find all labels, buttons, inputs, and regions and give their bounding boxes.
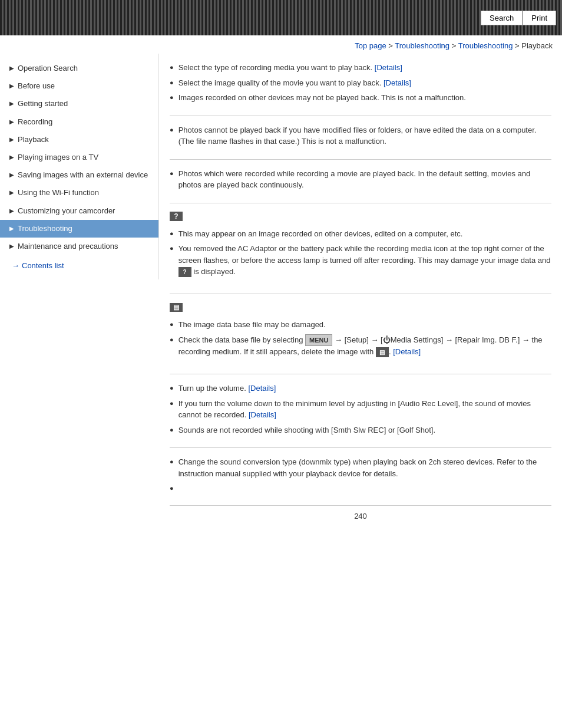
sidebar-item-label: Maintenance and precautions <box>18 241 118 252</box>
sidebar-item-label: Playback <box>18 134 49 145</box>
list-item: You removed the AC Adaptor or the batter… <box>170 243 551 282</box>
section-5: ▤ The image data base file may be damage… <box>170 294 551 374</box>
list-item: Photos cannot be played back if you have… <box>170 124 551 147</box>
bullet-list-3: Photos which were recorded while recordi… <box>170 168 551 191</box>
sidebar-item-label: Customizing your camcorder <box>18 206 115 216</box>
sidebar-item-wifi[interactable]: ▶ Using the Wi-Fi function <box>0 184 158 202</box>
details-link[interactable]: [Details] <box>248 384 276 393</box>
list-item: Change the sound conversion type (downmi… <box>170 456 551 479</box>
sidebar-item-saving-images[interactable]: ▶ Saving images with an external device <box>0 166 158 184</box>
page-layout: ▶ Operation Search ▶ Before use ▶ Gettin… <box>0 54 562 535</box>
contents-list-link[interactable]: → Contents list <box>0 255 158 274</box>
sidebar-item-label: Operation Search <box>18 63 78 74</box>
section-1: Select the type of recording media you w… <box>170 54 551 116</box>
broken-image-icon: ▤ <box>170 303 183 312</box>
details-link[interactable]: [Details] <box>393 347 421 356</box>
arrow-icon: ▶ <box>9 189 14 197</box>
breadcrumb-current: Playback <box>521 41 553 50</box>
sidebar-item-label: Playing images on a TV <box>18 152 98 163</box>
sidebar-item-recording[interactable]: ▶ Recording <box>0 113 158 131</box>
page-number: 240 <box>170 506 551 523</box>
arrow-icon: ▶ <box>9 153 14 162</box>
sidebar: ▶ Operation Search ▶ Before use ▶ Gettin… <box>0 54 159 279</box>
list-item: If you turn the volume down to the minim… <box>170 398 551 421</box>
main-content: Select the type of recording media you w… <box>159 54 562 535</box>
sidebar-item-maintenance[interactable]: ▶ Maintenance and precautions <box>0 238 158 255</box>
arrow-icon: ▶ <box>9 171 14 179</box>
sidebar-item-getting-started[interactable]: ▶ Getting started <box>0 95 158 113</box>
sidebar-item-label: Recording <box>18 117 52 127</box>
list-item: This may appear on an image recorded on … <box>170 228 551 240</box>
sidebar-item-customizing[interactable]: ▶ Customizing your camcorder <box>0 202 158 220</box>
details-link[interactable]: [Details] <box>384 78 411 87</box>
section-icon-row: ▤ <box>170 302 551 317</box>
list-item <box>170 483 551 493</box>
details-link[interactable]: [Details] <box>375 63 402 72</box>
search-button[interactable]: Search <box>481 11 523 25</box>
arrow-icon: ▶ <box>9 225 14 233</box>
bullet-list-1: Select the type of recording media you w… <box>170 62 551 104</box>
sidebar-item-label: Saving images with an external device <box>18 170 148 180</box>
arrow-icon: ▶ <box>9 82 14 90</box>
arrow-icon: ▶ <box>9 136 14 144</box>
section-2: Photos cannot be played back if you have… <box>170 116 551 160</box>
list-item: Images recorded on other devices may not… <box>170 92 551 104</box>
sidebar-item-before-use[interactable]: ▶ Before use <box>0 77 158 95</box>
section-icon-row: ? <box>170 212 551 226</box>
question-mark-icon: ? <box>170 212 183 221</box>
list-item: Check the data base file by selecting ME… <box>170 334 551 363</box>
inline-broken-icon: ▤ <box>376 347 389 357</box>
page-header: Search Print <box>0 0 562 35</box>
list-item: The image data base file may be damaged. <box>170 319 551 331</box>
arrow-icon: ▶ <box>9 100 14 108</box>
arrow-icon: ▶ <box>9 118 14 126</box>
details-link[interactable]: [Details] <box>249 410 276 419</box>
sidebar-item-playback[interactable]: ▶ Playback <box>0 131 158 149</box>
list-item: Select the image quality of the movie yo… <box>170 77 551 89</box>
sidebar-item-playing-images-tv[interactable]: ▶ Playing images on a TV <box>0 149 158 166</box>
sidebar-item-operation-search[interactable]: ▶ Operation Search <box>0 60 158 77</box>
list-item: Select the type of recording media you w… <box>170 62 551 74</box>
bullet-list-5: The image data base file may be damaged.… <box>170 319 551 362</box>
sidebar-item-label: Getting started <box>18 98 68 109</box>
sidebar-item-label: Before use <box>18 81 55 91</box>
sidebar-item-label: Troubleshooting <box>18 223 72 234</box>
section-7: Change the sound conversion type (downmi… <box>170 448 551 506</box>
section-4: ? This may appear on an image recorded o… <box>170 203 551 295</box>
section-6: Turn up the volume. [Details] If you tur… <box>170 374 551 448</box>
sidebar-item-troubleshooting[interactable]: ▶ Troubleshooting <box>0 220 158 238</box>
list-item: Turn up the volume. [Details] <box>170 383 551 394</box>
bullet-list-2: Photos cannot be played back if you have… <box>170 124 551 147</box>
arrow-icon: ▶ <box>9 242 14 251</box>
list-item: Sounds are not recorded while shooting w… <box>170 424 551 436</box>
arrow-icon: ▶ <box>9 64 14 73</box>
bullet-list-6: Turn up the volume. [Details] If you tur… <box>170 383 551 436</box>
print-button[interactable]: Print <box>523 11 556 25</box>
contents-list-arrow-icon: → <box>12 261 19 270</box>
breadcrumb-top-page[interactable]: Top page <box>355 41 386 50</box>
arrow-icon: ▶ <box>9 207 14 215</box>
section-3: Photos which were recorded while recordi… <box>170 160 551 203</box>
breadcrumb-cat1[interactable]: Troubleshooting <box>395 41 449 50</box>
bullet-list-7: Change the sound conversion type (downmi… <box>170 456 551 493</box>
inline-question-icon: ? <box>178 267 191 277</box>
contents-list-label: Contents list <box>22 261 64 270</box>
menu-button-label: MENU <box>305 334 332 347</box>
breadcrumb: Top page > Troubleshooting > Troubleshoo… <box>0 35 562 54</box>
breadcrumb-cat2[interactable]: Troubleshooting <box>458 41 513 50</box>
bullet-list-4: This may appear on an image recorded on … <box>170 228 551 282</box>
list-item: Photos which were recorded while recordi… <box>170 168 551 191</box>
sidebar-item-label: Using the Wi-Fi function <box>18 187 99 198</box>
